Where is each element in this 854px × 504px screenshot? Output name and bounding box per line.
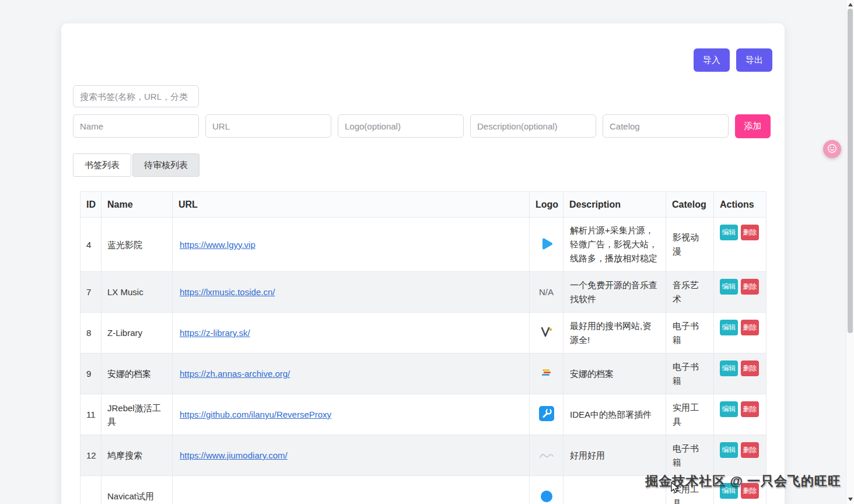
cell-id: 8 — [80, 313, 102, 354]
cell-catelog: 电子书籍 — [666, 354, 714, 394]
search-input[interactable] — [73, 85, 199, 107]
header-logo: Logo — [530, 192, 564, 218]
bookmark-link[interactable]: https://zh.annas-archive.org/ — [180, 369, 290, 379]
cell-actions: 编辑 删除 — [714, 218, 766, 272]
edit-button[interactable]: 编辑 — [720, 225, 738, 240]
edit-button[interactable]: 编辑 — [720, 442, 738, 458]
edit-button[interactable]: 编辑 — [720, 360, 738, 376]
cell-catelog: 电子书籍 — [666, 313, 714, 354]
cell-logo — [530, 354, 564, 394]
header-description: Description — [564, 192, 666, 218]
page-scrollbar[interactable] — [846, 0, 854, 504]
cell-catelog: 影视动漫 — [666, 218, 714, 272]
bookmark-link[interactable]: https://z-library.sk/ — [180, 328, 250, 338]
delete-button[interactable]: 删除 — [741, 360, 759, 376]
cell-name: 蓝光影院 — [102, 218, 173, 272]
add-bookmark-form: 添加 — [73, 114, 771, 138]
cell-name: Z-Library — [102, 313, 173, 354]
cell-id: 7 — [80, 272, 102, 313]
url-field[interactable] — [205, 114, 331, 138]
cell-description: 最好用的搜书网站,资源全! — [564, 313, 666, 354]
cell-logo — [530, 218, 564, 272]
jiumo-faint-icon — [539, 451, 554, 461]
cell-catelog: 实用工具 — [666, 394, 714, 435]
smiley-icon — [827, 144, 837, 155]
table-row: 7 LX Music https://lxmusic.toside.cn/ N/… — [80, 272, 766, 313]
cell-actions: 编辑 删除 — [714, 435, 766, 476]
bookmark-link[interactable]: https://www.jiumodiary.com/ — [180, 450, 288, 460]
cell-id: 12 — [80, 435, 102, 476]
header-name: Name — [102, 192, 173, 218]
edit-button[interactable]: 编辑 — [720, 279, 738, 295]
cell-url: https://z-library.sk/ — [173, 313, 530, 354]
header-catelog: Catelog — [666, 192, 714, 218]
table-row: 4 蓝光影院 https://www.lgyy.vip 解析片源+采集片源，轻微… — [80, 218, 766, 272]
cell-url: https://lxmusic.toside.cn/ — [173, 272, 530, 313]
cell-name: JRebel激活工具 — [102, 394, 173, 435]
catelog-field[interactable] — [603, 114, 729, 138]
table-header-row: ID Name URL Logo Description Catelog Act… — [80, 192, 766, 218]
header-id: ID — [80, 192, 102, 218]
logo-field[interactable] — [338, 114, 464, 138]
cell-id: 11 — [80, 394, 102, 435]
cell-description: IDEA中的热部署插件 — [564, 394, 666, 435]
cell-description: 解析片源+采集片源，轻微广告，影视大站，线路多，播放相对稳定 — [564, 218, 666, 272]
cell-url: https://zh.annas-archive.org/ — [173, 354, 530, 394]
scrollbar-down-arrow-icon[interactable] — [848, 498, 853, 501]
header-url: URL — [173, 192, 530, 218]
bookmark-table: ID Name URL Logo Description Catelog Act… — [80, 191, 766, 504]
cell-url: https://github.com/ilanyu/ReverseProxy — [173, 394, 530, 435]
cell-catelog: 电子书籍 — [666, 435, 714, 476]
table-row: 12 鸠摩搜索 https://www.jiumodiary.com/ 好用好用… — [80, 435, 766, 476]
cell-logo — [530, 394, 564, 435]
cell-name: 鸠摩搜索 — [102, 435, 173, 476]
cell-id: 9 — [80, 354, 102, 394]
wrench-icon — [539, 406, 554, 423]
cell-url — [173, 476, 530, 504]
name-field[interactable] — [73, 114, 199, 138]
mouse-cursor-icon — [671, 482, 681, 497]
scrollbar-thumb[interactable] — [848, 9, 853, 333]
edit-button[interactable]: 编辑 — [720, 320, 738, 335]
cell-actions: 编辑 删除 — [714, 354, 766, 394]
delete-button[interactable]: 删除 — [741, 279, 759, 295]
list-tabs: 书签列表 待审核列表 — [73, 153, 200, 177]
cell-name: 安娜的档案 — [102, 354, 173, 394]
bookmark-table-body: 4 蓝光影院 https://www.lgyy.vip 解析片源+采集片源，轻微… — [80, 218, 766, 504]
edit-button[interactable]: 编辑 — [720, 401, 738, 417]
bookmark-link[interactable]: https://lxmusic.toside.cn/ — [180, 287, 275, 297]
export-button[interactable]: 导出 — [736, 48, 772, 72]
delete-button[interactable]: 删除 — [741, 225, 759, 240]
play-icon — [539, 236, 554, 253]
scrollbar-up-arrow-icon[interactable] — [848, 3, 853, 6]
cell-url: https://www.jiumodiary.com/ — [173, 435, 530, 476]
cell-logo — [530, 435, 564, 476]
bookmark-link[interactable]: https://github.com/ilanyu/ReverseProxy — [180, 410, 331, 419]
cell-catelog: 音乐艺术 — [666, 272, 714, 313]
cell-description: 安娜的档案 — [564, 354, 666, 394]
bookmark-link[interactable]: https://www.lgyy.vip — [180, 240, 256, 250]
tab-bookmark-list[interactable]: 书签列表 — [73, 153, 131, 177]
cell-name: LX Music — [102, 272, 173, 313]
add-button[interactable]: 添加 — [735, 114, 771, 138]
delete-button[interactable]: 删除 — [741, 442, 759, 458]
import-button[interactable]: 导入 — [694, 48, 730, 72]
floating-widget-button[interactable] — [823, 140, 841, 158]
cell-actions: 编辑 删除 — [714, 394, 766, 435]
cell-description: 好用好用 — [564, 435, 666, 476]
cell-description: 一个免费开源的音乐查找软件 — [564, 272, 666, 313]
table-row: 9 安娜的档案 https://zh.annas-archive.org/ 安娜… — [80, 354, 766, 394]
import-export-toolbar: 导入 导出 — [694, 48, 772, 72]
cell-url: https://www.lgyy.vip — [173, 218, 530, 272]
delete-button[interactable]: 删除 — [741, 320, 759, 335]
bookmark-manager-card: 导入 导出 添加 书签列表 待审核列表 ID Name URL Logo — [61, 23, 785, 504]
table-row: 11 JRebel激活工具 https://github.com/ilanyu/… — [80, 394, 766, 435]
cell-id — [80, 476, 102, 504]
cell-logo — [530, 476, 564, 504]
description-field[interactable] — [470, 114, 596, 138]
cell-actions: 编辑 删除 — [714, 313, 766, 354]
tab-pending-review-list[interactable]: 待审核列表 — [132, 153, 200, 177]
books-icon — [541, 368, 552, 379]
delete-button[interactable]: 删除 — [741, 401, 759, 417]
blue-circle-icon — [540, 488, 554, 504]
